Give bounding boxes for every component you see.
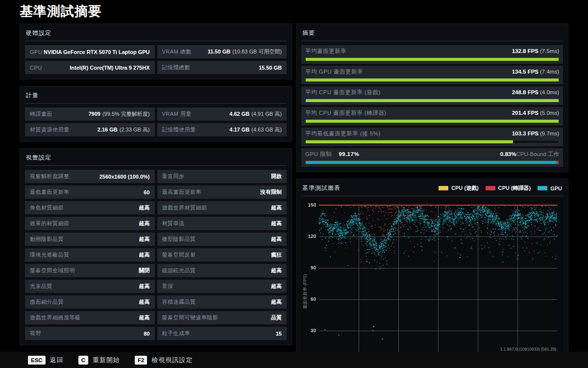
- keycap-c: C: [78, 356, 88, 365]
- setting-label: 視野: [30, 330, 41, 337]
- setting-label: 記憶體總數: [162, 64, 191, 71]
- setting-label: 曲面細分品質: [30, 298, 64, 306]
- setting-label: 記憶體使用量: [162, 126, 196, 133]
- summary-item-value-sub: (9.7ms): [540, 131, 559, 136]
- benchmark-chart-title: 基準測試圖表: [302, 184, 341, 192]
- summary-bar-gpu-segment: [306, 161, 557, 164]
- benchmark-scatter-chart: [301, 198, 563, 368]
- visual-setting-cell: 光束品質超高: [25, 280, 155, 293]
- summary-header: 摘要: [301, 28, 563, 41]
- visual-setting-cell: 環境光遮蔽品質超高: [25, 248, 155, 262]
- setting-value: 沒有限制: [260, 188, 282, 196]
- setting-value: NVIDIA GeForce RTX 5070 Ti Laptop GPU: [44, 49, 149, 55]
- setting-label: 視窗解析度調整: [30, 173, 70, 180]
- visual-setting-cell: 螢幕空間全域照明關閉: [25, 264, 155, 277]
- metrics-row: 材質資源使用量2.16 GB(2.33 GB 高)記憶體使用量4.17 GB(4…: [25, 123, 287, 136]
- summary-item-value: 132.8 FPS(7.5ms): [512, 48, 559, 54]
- visual-setting-row: 角色材質細節超高遊戲世界材質細節超高: [25, 201, 287, 214]
- benchmark-chart-panel: 基準測試圖表 CPU (遊戲)CPU (轉譯器)GPU: [296, 179, 568, 368]
- setting-value-sub: (10.83 GB 可用空間): [232, 49, 282, 54]
- hotkey-esc[interactable]: ESC返回: [28, 356, 64, 365]
- summary-item-text: 平均 CPU 畫面更新率 (轉譯器)201.4 FPS(5.0ms): [305, 109, 559, 117]
- summary-item-value-sub: (7.4ms): [540, 69, 559, 75]
- setting-value: 2.16 GB(2.33 GB 高): [98, 126, 150, 133]
- summary-item: GPU 限制99.17%0.83%CPU-Bound 工作: [301, 148, 563, 167]
- summary-item-value: 134.5 FPS(7.4ms): [512, 69, 559, 75]
- setting-label: VRAM 總數: [162, 48, 192, 55]
- setting-value: 超高: [139, 220, 150, 227]
- keycap-esc: ESC: [28, 356, 46, 365]
- setting-value: 超高: [139, 204, 150, 211]
- setting-value: 4.62 GB(4.91 GB 高): [229, 110, 282, 118]
- summary-item-inline-value: 99.17%: [339, 151, 359, 157]
- metrics-cell: 材質資源使用量2.16 GB(2.33 GB 高): [25, 123, 155, 136]
- setting-label: 材質資源使用量: [30, 126, 70, 133]
- setting-value: 超高: [271, 283, 282, 290]
- visual-setting-row: 曲面細分品質超高容積迷霧品質超高: [25, 295, 287, 309]
- visual-setting-cell: 曲面細分品質超高: [25, 295, 155, 309]
- visual-setting-cell: 視野80: [25, 327, 155, 340]
- setting-label: 材質串流: [162, 220, 185, 227]
- setting-value: 超高: [139, 236, 150, 243]
- setting-value-sub: (2.33 GB 高): [120, 127, 150, 132]
- setting-value: 瘋狂: [271, 251, 282, 259]
- visual-setting-row: 光束品質超高景深超高: [25, 280, 287, 293]
- setting-value: 15.50 GB: [259, 65, 282, 71]
- hotkey-f2[interactable]: F2檢視視訊設定: [135, 356, 193, 365]
- summary-item: 平均 CPU 畫面更新率 (遊戲)248.8 FPS(4.0ms): [301, 86, 563, 105]
- legend-item: CPU (遊戲): [439, 184, 479, 192]
- visual-setting-cell: 最低畫面更新率60: [25, 185, 155, 199]
- hardware-cell: CPUIntel(R) Core(TM) Ultra 9 275HX: [25, 61, 155, 74]
- summary-item-text: 平均畫面更新率132.8 FPS(7.5ms): [305, 48, 559, 55]
- hardware-row: GPUNVIDIA GeForce RTX 5070 Ti Laptop GPU…: [25, 45, 287, 58]
- visual-setting-cell: 微型陰影品質超高: [157, 233, 287, 246]
- summary-item: 平均畫面更新率132.8 FPS(7.5ms): [301, 45, 563, 64]
- summary-item-label: 平均 CPU 畫面更新率 (轉譯器): [305, 109, 387, 117]
- visual-setting-row: 遊戲世界細緻度等級超高螢幕空間可變速率陰影品質: [25, 311, 287, 324]
- visual-setting-cell: 角色材質細節超高: [25, 201, 155, 214]
- footer-hotkey-bar: ESC返回C重新開始F2檢視視訊設定: [0, 352, 588, 368]
- setting-label: 景深: [162, 283, 173, 290]
- setting-label: 螢幕空間可變速率陰影: [162, 314, 219, 321]
- setting-value-sub: (99.5% 完整解析度): [102, 111, 150, 117]
- setting-value: 11.50 GB(10.83 GB 可用空間): [208, 48, 282, 55]
- keycap-f2: F2: [135, 356, 147, 365]
- legend-swatch-icon: [486, 186, 495, 190]
- visual-setting-cell: 容積迷霧品質超高: [157, 295, 287, 309]
- visual-setting-cell: 材質串流超高: [157, 217, 287, 230]
- summary-items: 平均畫面更新率132.8 FPS(7.5ms)平均 GPU 畫面更新率134.5…: [301, 45, 563, 167]
- summary-bar-track: [305, 99, 559, 103]
- summary-bar-fill: [306, 79, 559, 81]
- summary-item-right-label: CPU-Bound 工作: [516, 151, 559, 157]
- summary-item-text: 平均 GPU 畫面更新率134.5 FPS(7.4ms): [305, 68, 559, 76]
- legend-label: GPU: [550, 185, 562, 191]
- hotkey-c[interactable]: C重新開始: [78, 356, 120, 365]
- setting-label: 鏡頭眩光品質: [162, 267, 196, 274]
- summary-item-text: 平均 CPU 畫面更新率 (遊戲)248.8 FPS(4.0ms): [305, 89, 559, 96]
- metrics-cell: 轉譯畫面7909(99.5% 完整解析度): [25, 107, 155, 121]
- setting-label: 螢幕空間全域照明: [30, 267, 75, 274]
- summary-item-value: 248.8 FPS(4.0ms): [512, 89, 559, 95]
- setting-label: 遊戲世界材質細節: [162, 204, 207, 211]
- visual-setting-row: 動態陰影品質超高微型陰影品質超高: [25, 233, 287, 246]
- visual-setting-cell: 遊戲世界細緻度等級超高: [25, 311, 155, 324]
- summary-bar-fill: [306, 140, 513, 143]
- setting-label: CPU: [30, 65, 42, 71]
- legend-label: CPU (遊戲): [451, 184, 479, 192]
- setting-label: 角色材質細節: [30, 204, 64, 211]
- hotkey-label: 重新開始: [93, 356, 120, 365]
- summary-item-label: 平均畫面更新率: [305, 48, 346, 55]
- metrics-cell: 記憶體使用量4.17 GB(4.63 GB 高): [157, 123, 287, 136]
- metrics-panel: 計量 轉譯畫面7909(99.5% 完整解析度)VRAM 用量4.62 GB(4…: [20, 86, 292, 142]
- setting-value: 2560x1600 (100.0%): [99, 174, 150, 180]
- summary-item-value-sub: (7.5ms): [540, 48, 559, 54]
- summary-item-value: 0.83%CPU-Bound 工作: [500, 151, 559, 158]
- setting-label: 最高畫面更新率: [162, 188, 202, 196]
- hardware-row: CPUIntel(R) Core(TM) Ultra 9 275HX記憶體總數1…: [25, 61, 287, 74]
- visual-setting-cell: 垂直同步開啟: [157, 170, 287, 183]
- hardware-cell: 記憶體總數15.50 GB: [157, 61, 287, 74]
- visual-setting-cell: 鏡頭眩光品質超高: [157, 264, 287, 277]
- visual-setting-cell: 最高畫面更新率沒有限制: [157, 185, 287, 199]
- summary-item-value-sub: (4.0ms): [540, 89, 559, 95]
- setting-value-sub: (4.63 GB 高): [251, 127, 282, 132]
